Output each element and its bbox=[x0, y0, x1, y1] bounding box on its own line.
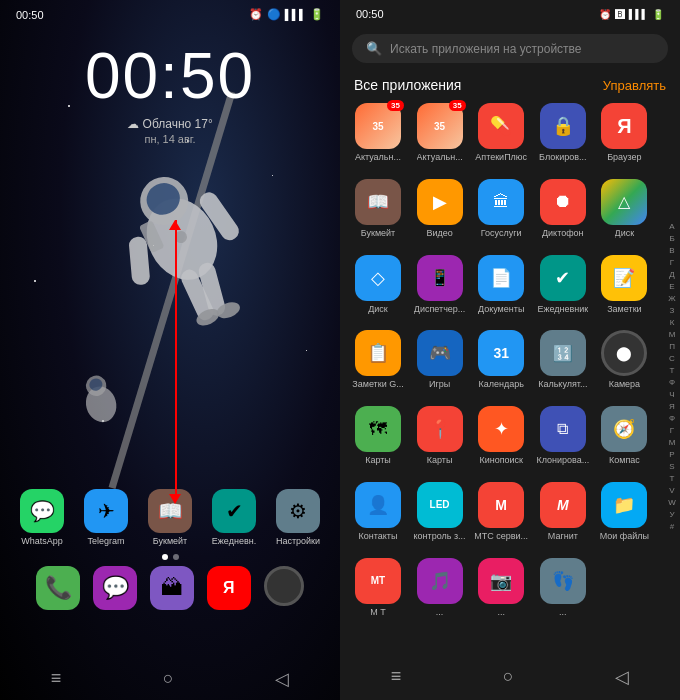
app-music[interactable]: 🎵 ... bbox=[410, 552, 470, 624]
dock-item-whatsapp[interactable]: 💬 WhatsApp bbox=[14, 489, 70, 546]
alpha-index[interactable]: А Б В Г Д Е Ж З К М П С Т Ф Ч Я Ф Г М Р … bbox=[664, 97, 680, 656]
app-calendar-icon: 31 bbox=[478, 330, 524, 376]
menu-button[interactable]: ≡ bbox=[51, 668, 62, 690]
app-aktualno2[interactable]: 35 35 Актуальн... bbox=[410, 97, 470, 169]
arrow-tail bbox=[169, 494, 181, 504]
alpha-m[interactable]: М bbox=[669, 329, 676, 341]
app-steps[interactable]: 👣 ... bbox=[533, 552, 593, 624]
yandex-browser-icon[interactable]: Я bbox=[207, 566, 251, 610]
app-kinopoisk[interactable]: ✦ Кинопоиск bbox=[471, 400, 531, 472]
alpha-t[interactable]: Т bbox=[670, 365, 675, 377]
alpha-z[interactable]: З bbox=[670, 305, 675, 317]
app-mts-icon: M bbox=[478, 482, 524, 528]
alpha-V[interactable]: V bbox=[669, 485, 674, 497]
app-video-icon: ▶ bbox=[417, 179, 463, 225]
app-disk-yandex[interactable]: ◇ Диск bbox=[348, 249, 408, 321]
alpha-r[interactable]: Р bbox=[669, 449, 674, 461]
app-video[interactable]: ▶ Видео bbox=[410, 173, 470, 245]
alpha-zh[interactable]: Ж bbox=[668, 293, 675, 305]
app-apteki-icon: 💊 bbox=[478, 103, 524, 149]
alpha-v[interactable]: В bbox=[669, 245, 674, 257]
back-button[interactable]: ◁ bbox=[275, 668, 289, 690]
app-notes-g-name: Заметки G... bbox=[352, 379, 403, 390]
app-calc[interactable]: 🔢 Калькулят... bbox=[533, 324, 593, 396]
apps-grid-container[interactable]: 35 35 Актуальн... 35 35 Актуальн... 💊 Ап… bbox=[340, 97, 680, 656]
right-home-button[interactable]: ○ bbox=[503, 666, 514, 688]
dock-item-telegram[interactable]: ✈ Telegram bbox=[78, 489, 134, 546]
dock-item-diary[interactable]: ✔ Ежедневн. bbox=[206, 489, 262, 546]
gallery-icon[interactable]: 🏔 bbox=[150, 566, 194, 610]
app-apteki[interactable]: 💊 АптекиПлюс bbox=[471, 97, 531, 169]
app-gosuslugi[interactable]: 🏛 Госуслуги bbox=[471, 173, 531, 245]
app-myfiles[interactable]: 📁 Мои файлы bbox=[594, 476, 654, 548]
alpha-m2[interactable]: М bbox=[669, 437, 676, 449]
alpha-g2[interactable]: Г bbox=[670, 425, 674, 437]
app-docs[interactable]: 📄 Документы bbox=[471, 249, 531, 321]
alpha-u[interactable]: У bbox=[669, 509, 674, 521]
app-maps-yandex[interactable]: 📍 Карты bbox=[410, 400, 470, 472]
app-mt[interactable]: МТ М Т bbox=[348, 552, 408, 624]
right-back-button[interactable]: ◁ bbox=[615, 666, 629, 688]
alpha-f[interactable]: Ф bbox=[669, 377, 675, 389]
app-klonirova[interactable]: ⧉ Клонирова... bbox=[533, 400, 593, 472]
app-aktualno2-badge: 35 bbox=[449, 100, 466, 111]
left-dock: 💬 WhatsApp ✈ Telegram 📖 Букмейт ✔ Ежедне… bbox=[0, 489, 340, 610]
alpha-b[interactable]: Б bbox=[669, 233, 674, 245]
right-menu-button[interactable]: ≡ bbox=[391, 666, 402, 688]
alpha-d[interactable]: Д bbox=[669, 269, 674, 281]
app-calc-icon: 🔢 bbox=[540, 330, 586, 376]
right-battery-icon: 🔋 bbox=[652, 9, 664, 20]
right-phone: 00:50 ⏰ 🅱 ▌▌▌ 🔋 🔍 Искать приложения на у… bbox=[340, 0, 680, 700]
app-disk-google[interactable]: △ Диск bbox=[594, 173, 654, 245]
alpha-k[interactable]: К bbox=[670, 317, 675, 329]
app-diary[interactable]: ✔ Ежедневник bbox=[533, 249, 593, 321]
alpha-T[interactable]: T bbox=[670, 473, 675, 485]
app-magnit[interactable]: M Магнит bbox=[533, 476, 593, 548]
alpha-ya[interactable]: Я bbox=[669, 401, 675, 413]
app-steps-icon: 👣 bbox=[540, 558, 586, 604]
app-gosuslugi-icon: 🏛 bbox=[478, 179, 524, 225]
alpha-e[interactable]: Е bbox=[669, 281, 674, 293]
camera-bottom-icon[interactable] bbox=[264, 566, 304, 606]
app-blokirovka[interactable]: 🔒 Блокиров... bbox=[533, 97, 593, 169]
app-led[interactable]: LED контроль з... bbox=[410, 476, 470, 548]
app-bookmate[interactable]: 📖 Букмейт bbox=[348, 173, 408, 245]
alpha-W[interactable]: W bbox=[668, 497, 676, 509]
alpha-ch[interactable]: Ч bbox=[669, 389, 674, 401]
dock-item-settings[interactable]: ⚙ Настройки bbox=[270, 489, 326, 546]
app-notes[interactable]: 📝 Заметки bbox=[594, 249, 654, 321]
app-photo[interactable]: 📷 ... bbox=[471, 552, 531, 624]
app-games[interactable]: 🎮 Игры bbox=[410, 324, 470, 396]
app-dispatcher-icon: 📱 bbox=[417, 255, 463, 301]
manage-button[interactable]: Управлять bbox=[603, 78, 666, 93]
alpha-g[interactable]: Г bbox=[670, 257, 674, 269]
whatsapp-icon: 💬 bbox=[20, 489, 64, 533]
app-browser-name: Браузер bbox=[607, 152, 641, 163]
messages-icon[interactable]: 💬 bbox=[93, 566, 137, 610]
app-notes-g[interactable]: 📋 Заметки G... bbox=[348, 324, 408, 396]
app-dispatcher[interactable]: 📱 Диспетчер... bbox=[410, 249, 470, 321]
app-diary-name: Ежедневник bbox=[537, 304, 588, 315]
alpha-s[interactable]: С bbox=[669, 353, 675, 365]
alpha-hash[interactable]: # bbox=[670, 521, 674, 533]
alpha-f2[interactable]: Ф bbox=[669, 413, 675, 425]
app-mts[interactable]: M МТС серви... bbox=[471, 476, 531, 548]
app-aktualno1[interactable]: 35 35 Актуальн... bbox=[348, 97, 408, 169]
home-button[interactable]: ○ bbox=[163, 668, 174, 690]
app-browser[interactable]: Я Браузер bbox=[594, 97, 654, 169]
app-maps-google[interactable]: 🗺 Карты bbox=[348, 400, 408, 472]
search-bar[interactable]: 🔍 Искать приложения на устройстве bbox=[352, 34, 668, 63]
app-compass-name: Компас bbox=[609, 455, 640, 466]
alpha-p[interactable]: П bbox=[669, 341, 675, 353]
app-calendar[interactable]: 31 Календарь bbox=[471, 324, 531, 396]
alpha-a[interactable]: А bbox=[669, 221, 674, 233]
app-contacts[interactable]: 👤 Контакты bbox=[348, 476, 408, 548]
phone-icon[interactable]: 📞 bbox=[36, 566, 80, 610]
right-bluetooth-icon: 🅱 bbox=[615, 9, 625, 20]
app-video-name: Видео bbox=[426, 228, 452, 239]
app-compass[interactable]: 🧭 Компас bbox=[594, 400, 654, 472]
alpha-S[interactable]: S bbox=[669, 461, 674, 473]
apps-header: Все приложения Управлять bbox=[340, 69, 680, 97]
app-camera[interactable]: ⬤ Камера bbox=[594, 324, 654, 396]
app-diktofon[interactable]: ⏺ Диктофон bbox=[533, 173, 593, 245]
